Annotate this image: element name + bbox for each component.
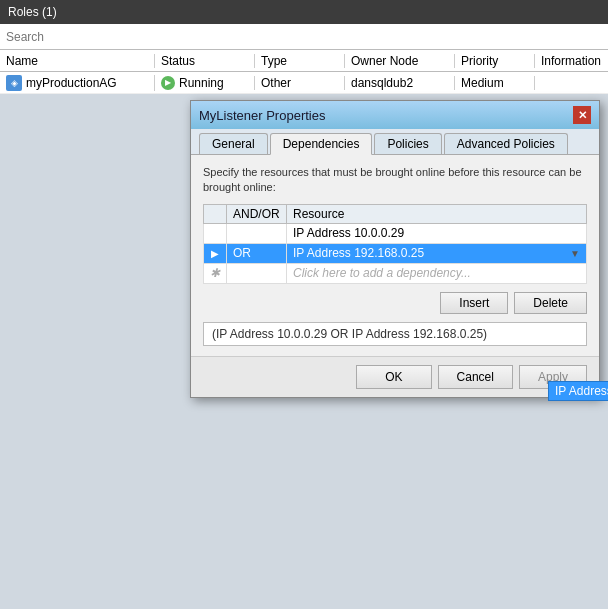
dep-row-1[interactable]: IP Address 10.0.0.29: [204, 223, 587, 243]
row-type-cell: Other: [255, 76, 345, 90]
row-name: myProductionAG: [26, 76, 117, 90]
dependencies-table: AND/OR Resource IP Address 10.0.0.29 ▶ O…: [203, 204, 587, 284]
row-status: Running: [179, 76, 224, 90]
dep-row-2-resource-text: IP Address 192.168.0.25: [293, 246, 424, 260]
dialog: MyListener Properties ✕ General Dependen…: [190, 100, 600, 398]
dropdown-arrow-icon[interactable]: ▼: [570, 248, 580, 259]
dropdown-option[interactable]: IP Address 192.168.0.25: [555, 384, 608, 398]
title-bar: Roles (1): [0, 0, 608, 24]
col-header-name: Name: [0, 54, 155, 68]
row-icon: [6, 75, 22, 91]
table-row[interactable]: myProductionAG ▶ Running Other dansqldub…: [0, 72, 608, 94]
tab-policies[interactable]: Policies: [374, 133, 441, 154]
title-bar-label: Roles (1): [8, 5, 57, 19]
status-running: ▶ Running: [161, 76, 248, 90]
tab-dependencies[interactable]: Dependencies: [270, 133, 373, 155]
dep-add-andor: [227, 263, 287, 283]
dep-add-row[interactable]: ✱ Click here to add a dependency...: [204, 263, 587, 283]
instructions-text: Specify the resources that must be broug…: [203, 165, 587, 196]
dialog-tabs: General Dependencies Policies Advanced P…: [191, 129, 599, 155]
formula-bar: (IP Address 10.0.0.29 OR IP Address 192.…: [203, 322, 587, 346]
table-header: Name Status Type Owner Node Priority Inf…: [0, 50, 608, 72]
close-button[interactable]: ✕: [573, 106, 591, 124]
col-header-resource: Resource: [287, 204, 587, 223]
dialog-title-bar: MyListener Properties ✕: [191, 101, 599, 129]
dialog-bottom-buttons: OK Cancel Apply: [191, 356, 599, 397]
dep-row-2-resource: IP Address 192.168.0.25 ▼: [287, 243, 587, 263]
col-header-owner: Owner Node: [345, 54, 455, 68]
dep-row-1-resource: IP Address 10.0.0.29: [287, 223, 587, 243]
dropdown-list[interactable]: IP Address 192.168.0.25: [548, 381, 608, 401]
col-header-priority: Priority: [455, 54, 535, 68]
col-header-type: Type: [255, 54, 345, 68]
tab-advanced-policies[interactable]: Advanced Policies: [444, 133, 568, 154]
search-input[interactable]: [6, 30, 602, 44]
row-status-cell: ▶ Running: [155, 76, 255, 90]
dep-add-label: Click here to add a dependency...: [287, 263, 587, 283]
dep-row-1-andor: [227, 223, 287, 243]
insert-delete-buttons: Insert Delete: [203, 292, 587, 314]
resource-dropdown-cell: IP Address 192.168.0.25 ▼: [293, 246, 580, 260]
dep-row-2-arrow: ▶: [204, 243, 227, 263]
dep-add-arrow: ✱: [204, 263, 227, 283]
col-header-info: Information: [535, 54, 608, 68]
search-bar[interactable]: [0, 24, 608, 50]
dep-row-2-andor: OR: [227, 243, 287, 263]
row-owner-cell: dansqldub2: [345, 76, 455, 90]
delete-button[interactable]: Delete: [514, 292, 587, 314]
dep-row-2[interactable]: ▶ OR IP Address 192.168.0.25 ▼: [204, 243, 587, 263]
insert-button[interactable]: Insert: [440, 292, 508, 314]
status-dot: ▶: [161, 76, 175, 90]
col-header-arrow: [204, 204, 227, 223]
tab-general[interactable]: General: [199, 133, 268, 154]
row-priority-cell: Medium: [455, 76, 535, 90]
dialog-title: MyListener Properties: [199, 108, 325, 123]
col-header-andor: AND/OR: [227, 204, 287, 223]
ok-button[interactable]: OK: [356, 365, 431, 389]
dep-row-1-arrow: [204, 223, 227, 243]
col-header-status: Status: [155, 54, 255, 68]
dialog-content: Specify the resources that must be broug…: [191, 155, 599, 356]
row-name-cell: myProductionAG: [0, 75, 155, 91]
cancel-button[interactable]: Cancel: [438, 365, 513, 389]
